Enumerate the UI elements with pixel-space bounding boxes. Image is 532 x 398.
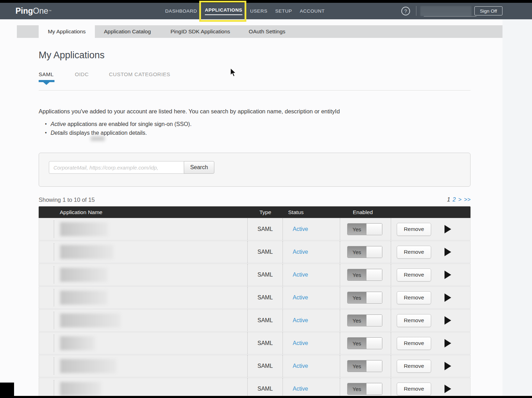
subtab-saml[interactable]: SAML xyxy=(39,71,75,77)
header-status: Status xyxy=(283,209,340,215)
status-active-link[interactable]: Active xyxy=(293,386,308,392)
enabled-toggle[interactable]: Yes xyxy=(347,360,382,372)
expand-details-arrow[interactable] xyxy=(445,339,451,347)
enabled-cell: Yes xyxy=(340,264,391,286)
expand-details-arrow[interactable] xyxy=(445,225,451,233)
bullet-active: Active applications are enabled for sing… xyxy=(45,121,192,127)
tab-application-catalog[interactable]: Application Catalog xyxy=(95,25,160,38)
remove-button[interactable]: Remove xyxy=(397,291,431,304)
toggle-knob xyxy=(366,246,382,258)
nav-item-account[interactable]: ACCOUNT xyxy=(300,8,325,14)
top-navbar: PingOne™ DASHBOARD APPLICATIONS USERS SE… xyxy=(0,3,532,19)
pagination-last[interactable]: >> xyxy=(464,197,471,203)
remove-button[interactable]: Remove xyxy=(397,337,431,350)
showing-count-text: Showing 1 to 10 of 15 xyxy=(39,197,95,203)
toggle-yes-label: Yes xyxy=(348,246,366,258)
search-button[interactable]: Search xyxy=(184,161,214,174)
enabled-cell: Yes xyxy=(340,378,391,398)
application-name-redacted xyxy=(60,313,121,327)
subtab-oidc[interactable]: OIDC xyxy=(75,71,109,77)
status-cell: Active xyxy=(283,332,340,354)
type-cell: SAML xyxy=(247,310,283,331)
toggle-yes-label: Yes xyxy=(348,224,366,235)
expand-details-arrow[interactable] xyxy=(445,385,451,393)
status-cell: Active xyxy=(283,218,340,240)
status-active-link[interactable]: Active xyxy=(293,249,308,255)
enabled-toggle[interactable]: Yes xyxy=(347,223,382,235)
enabled-toggle[interactable]: Yes xyxy=(347,337,382,349)
status-active-link[interactable]: Active xyxy=(293,317,308,324)
remove-button[interactable]: Remove xyxy=(397,246,431,259)
nav-item-dashboard[interactable]: DASHBOARD xyxy=(165,8,197,14)
table-row: SAML Active Yes Remove xyxy=(39,264,471,286)
pagination: 1 2 > >> xyxy=(390,197,471,203)
remove-button[interactable]: Remove xyxy=(397,360,431,373)
enabled-cell: Yes xyxy=(340,355,391,377)
expand-details-arrow[interactable] xyxy=(445,248,451,256)
application-name-cell xyxy=(39,378,247,398)
intro-text: Applications you've added to your accoun… xyxy=(39,108,425,115)
remove-button[interactable]: Remove xyxy=(397,314,431,327)
application-name-redacted xyxy=(60,359,116,373)
application-name-cell xyxy=(39,264,247,286)
nav-item-setup[interactable]: SETUP xyxy=(275,8,292,14)
status-active-link[interactable]: Active xyxy=(293,272,308,278)
remove-button[interactable]: Remove xyxy=(397,268,431,281)
remove-button[interactable]: Remove xyxy=(397,223,431,236)
pagination-page-2[interactable]: 2 xyxy=(453,197,456,203)
status-active-link[interactable]: Active xyxy=(293,363,308,369)
user-menu-redacted[interactable] xyxy=(420,6,472,16)
application-name-cell xyxy=(39,355,247,377)
tab-my-applications[interactable]: My Applications xyxy=(39,25,95,38)
actions-cell: Remove xyxy=(391,264,470,286)
type-cell: SAML xyxy=(247,287,283,309)
expand-details-arrow[interactable] xyxy=(445,362,451,370)
enabled-cell: Yes xyxy=(340,332,391,354)
expand-details-arrow[interactable] xyxy=(445,293,451,302)
toggle-knob xyxy=(366,269,382,280)
remove-button[interactable]: Remove xyxy=(397,383,431,396)
pagination-next[interactable]: > xyxy=(458,197,461,203)
status-active-link[interactable]: Active xyxy=(293,340,308,346)
tab-pingid-sdk-applications[interactable]: PingID SDK Applications xyxy=(160,25,241,38)
toggle-yes-label: Yes xyxy=(348,338,366,349)
enabled-toggle[interactable]: Yes xyxy=(347,246,382,258)
application-name-redacted xyxy=(60,336,95,350)
tab-oauth-settings[interactable]: OAuth Settings xyxy=(241,25,293,38)
application-name-redacted xyxy=(60,245,113,259)
toggle-yes-label: Yes xyxy=(348,383,366,394)
section-tabs: My Applications Application Catalog Ping… xyxy=(39,25,293,38)
search-input[interactable] xyxy=(49,161,184,174)
toggle-knob xyxy=(366,338,382,349)
subtab-active-notch xyxy=(43,82,50,85)
section-divider xyxy=(39,90,471,91)
nav-item-users[interactable]: USERS xyxy=(250,8,268,14)
help-icon[interactable]: ? xyxy=(401,7,410,15)
expand-details-arrow[interactable] xyxy=(445,271,451,279)
enabled-toggle[interactable]: Yes xyxy=(347,383,382,395)
enabled-toggle[interactable]: Yes xyxy=(347,314,382,326)
nav-item-applications[interactable]: APPLICATIONS xyxy=(205,7,242,15)
application-name-redacted xyxy=(60,291,108,305)
toggle-knob xyxy=(366,315,382,326)
right-gutter xyxy=(502,19,532,396)
pingone-logo[interactable]: PingOne™ xyxy=(15,3,51,19)
enabled-cell: Yes xyxy=(340,241,391,263)
status-cell: Active xyxy=(283,378,340,398)
expand-details-arrow[interactable] xyxy=(445,316,451,325)
enabled-toggle[interactable]: Yes xyxy=(347,292,382,304)
status-active-link[interactable]: Active xyxy=(293,294,308,301)
status-active-link[interactable]: Active xyxy=(293,226,308,232)
application-name-redacted xyxy=(60,222,108,236)
bottom-left-corner-block xyxy=(0,383,14,398)
toggle-knob xyxy=(366,292,382,303)
section-tab-band: My Applications Application Catalog Ping… xyxy=(17,25,502,38)
table-row: SAML Active Yes Remove xyxy=(39,332,471,354)
search-panel: Search xyxy=(39,153,471,187)
pagination-page-1[interactable]: 1 xyxy=(447,197,450,203)
enabled-toggle[interactable]: Yes xyxy=(347,269,382,281)
toggle-yes-label: Yes xyxy=(348,292,366,303)
sign-off-button[interactable]: Sign Off xyxy=(474,6,502,15)
type-cell: SAML xyxy=(247,264,283,286)
subtab-custom-categories[interactable]: CUSTOM CATEGORIES xyxy=(109,71,170,77)
